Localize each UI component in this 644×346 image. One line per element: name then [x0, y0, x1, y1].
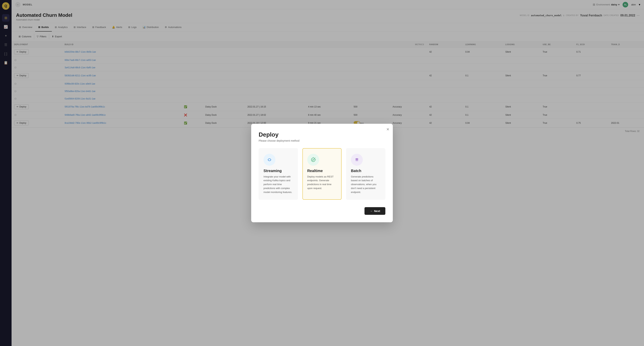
- svg-point-0: [267, 157, 272, 162]
- realtime-icon: [307, 154, 319, 166]
- modal-subtitle: Please choose deployment method: [259, 139, 385, 142]
- batch-desc: Generate predictions based on batches of…: [351, 175, 380, 194]
- next-button[interactable]: → Next: [364, 207, 385, 215]
- streaming-desc: Integrate your model with existing Kafka…: [264, 175, 293, 194]
- modal-title: Deploy: [259, 131, 385, 138]
- next-label: Next: [374, 209, 380, 213]
- realtime-desc: Deploy models as REST endpoints. Generat…: [307, 175, 337, 190]
- deploy-modal: ✕ Deploy Please choose deployment method…: [251, 124, 393, 223]
- deploy-option-streaming[interactable]: Streaming Integrate your model with exis…: [259, 148, 298, 200]
- modal-overlay: ✕ Deploy Please choose deployment method…: [0, 0, 644, 346]
- streaming-title: Streaming: [264, 169, 293, 173]
- deploy-options: Streaming Integrate your model with exis…: [259, 148, 385, 200]
- deploy-option-batch[interactable]: Batch Generate predictions based on batc…: [346, 148, 385, 200]
- batch-title: Batch: [351, 169, 380, 173]
- deploy-option-realtime[interactable]: Realtime Deploy models as REST endpoints…: [302, 148, 342, 200]
- svg-point-6: [355, 160, 358, 161]
- next-arrow-icon: →: [370, 209, 372, 213]
- batch-icon: [351, 154, 363, 166]
- realtime-title: Realtime: [307, 169, 337, 173]
- modal-close-button[interactable]: ✕: [386, 127, 390, 132]
- modal-footer: → Next: [259, 207, 385, 215]
- streaming-icon: [264, 154, 276, 166]
